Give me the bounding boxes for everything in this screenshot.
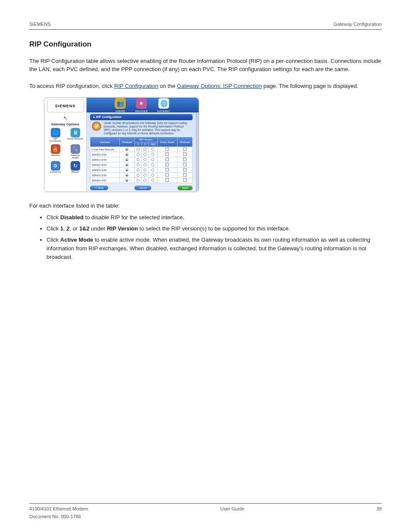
radio-v2[interactable] [143,153,146,156]
bullet-2: Click 1, 2, or 1&2 under RIP Version to … [47,224,382,233]
radio-v12[interactable] [151,153,154,156]
radio-v2[interactable] [143,174,146,177]
gateway-options-isp-link[interactable]: Gateway Options: ISP Connection [177,83,262,89]
cell-v12 [149,152,157,157]
checkbox-active[interactable] [165,147,169,151]
sidebar-item[interactable]: 🔒Security [47,144,64,159]
cancel-button[interactable]: Cancel [134,186,151,190]
checkbox-multicast[interactable] [183,178,187,182]
radio-v12[interactable] [151,174,154,177]
radio-v12[interactable] [151,179,154,182]
bullet-1: Click Disabled to disable RIP for the se… [47,213,382,222]
checkbox-active[interactable] [165,158,169,161]
radio-v12[interactable] [151,163,154,166]
rip-table-wrap: Interface Disabled RIP Version Active Mo… [90,137,193,183]
radio-v1[interactable] [137,168,140,171]
radio-v2[interactable] [143,168,146,171]
sidebar-item[interactable]: 🖥Home Network [67,128,84,143]
cell-multicast [177,157,192,162]
cell-disabled [119,147,134,152]
topnav-devices[interactable]: ✶DEVICES [135,98,147,112]
sidebar-item[interactable]: 🔧Gateway Health [67,144,84,159]
cell-v12 [149,162,157,168]
radio-v2[interactable] [143,179,146,182]
topnav-gateway[interactable]: 🌐GATEWAY [157,98,171,112]
radio-disabled[interactable] [125,168,128,171]
panel-description: Under normal circumstances the Gateway d… [104,121,191,136]
radio-v12[interactable] [151,148,154,151]
radio-disabled[interactable] [125,153,128,156]
cell-active [157,178,177,183]
topnav-users[interactable]: 👥USERS [115,98,126,112]
sidebar-icon-row: 🔒Security🔧Gateway Health [47,144,84,159]
embedded-screenshot: SIEMENS ↖ Gateway Options 🌐ISP Connectio… [44,97,199,192]
checkbox-multicast[interactable] [183,168,187,171]
cell-interface: 2684(4)-0/36 [90,173,120,178]
radio-v1[interactable] [137,174,140,177]
panel-desc-2: (RIP), versions 1 or 2, may be activated… [104,128,180,135]
header-section: Gateway Configuration [333,22,382,27]
radio-disabled[interactable] [125,158,128,161]
radio-disabled[interactable] [125,148,128,151]
col-v12: 1&2 [149,142,157,147]
radio-v2[interactable] [143,148,146,151]
footer-page: 39 [377,506,382,511]
table-row: 2684(4)-0/36 [90,173,193,178]
radio-v1[interactable] [137,158,140,161]
radio-disabled[interactable] [125,174,128,177]
rip-config-link[interactable]: RIP Configuration [114,83,158,89]
cell-multicast [177,152,192,157]
checkbox-multicast[interactable] [183,163,187,166]
checkbox-active[interactable] [165,178,169,182]
radio-v12[interactable] [151,168,154,171]
cell-v2 [142,157,149,162]
screenshot-sidebar: SIEMENS ↖ Gateway Options 🌐ISP Connectio… [44,98,87,192]
sidebar-item-label: Home Network [67,138,83,140]
sidebar-icon-row: 🌐ISP Connection🖥Home Network [47,128,84,143]
sidebar-item[interactable]: ⚙Customize [47,161,64,174]
table-row: 2684(3)-0/35 [90,168,193,173]
sidebar-title: Gateway Options [51,122,79,126]
col-disabled: Disabled [119,137,134,147]
radio-v1[interactable] [137,179,140,182]
cell-interface: 2684(2)-0/34 [90,162,120,168]
instructions-lead: For each interface listed in the table: [29,202,382,209]
checkbox-active[interactable] [165,163,169,166]
checkbox-multicast[interactable] [183,147,187,151]
cell-multicast [177,173,192,178]
cell-disabled [119,157,134,162]
checkbox-multicast[interactable] [183,158,187,161]
cell-active [157,173,177,178]
checkbox-active[interactable] [165,173,169,177]
radio-v1[interactable] [137,153,140,156]
table-row: Local Area Network [90,147,193,152]
cell-v12 [149,178,157,183]
cell-v12 [149,147,157,152]
cell-multicast [177,168,192,173]
radio-disabled[interactable] [125,163,128,166]
cell-v12 [149,157,157,162]
header-rule [29,29,382,30]
radio-v2[interactable] [143,158,146,161]
apply-button[interactable]: Apply [177,186,193,190]
sidebar-item[interactable]: ↻Reboot [67,161,84,174]
back-button[interactable]: << Back [90,186,108,190]
table-row: 2684(5)-0/37 [90,178,193,183]
radio-disabled[interactable] [125,179,128,182]
radio-v12[interactable] [151,158,154,161]
intro-2b: page. The following page is displayed. [262,83,358,89]
isp-connection-icon: 🌐 [51,128,60,137]
radio-v2[interactable] [143,163,146,166]
customize-icon: ⚙ [51,161,60,171]
checkbox-active[interactable] [165,168,169,171]
radio-v1[interactable] [137,163,140,166]
col-v1: 1 [134,142,141,147]
checkbox-multicast[interactable] [183,152,187,156]
cell-v2 [142,178,149,183]
scrollbar[interactable] [196,112,199,192]
radio-v1[interactable] [137,148,140,151]
checkbox-multicast[interactable] [183,173,187,177]
sidebar-item[interactable]: 🌐ISP Connection [47,128,64,143]
col-interface: Interface [90,137,120,147]
checkbox-active[interactable] [165,152,169,156]
